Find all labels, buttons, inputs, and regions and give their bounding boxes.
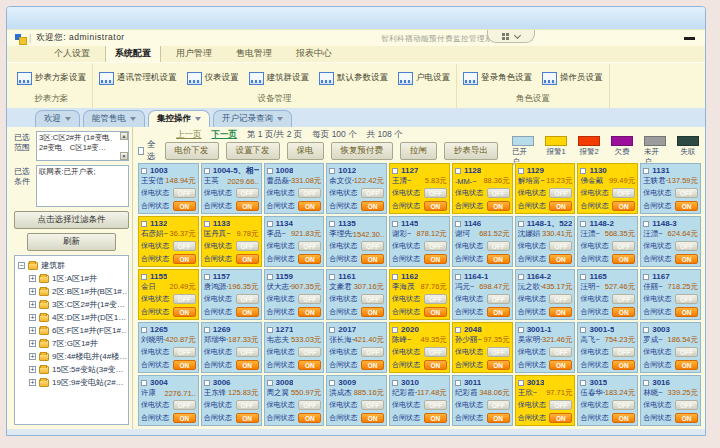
tree-expander-icon[interactable]: + — [29, 301, 36, 308]
card-checkbox[interactable] — [141, 168, 147, 174]
gate-state-toggle[interactable]: ON — [173, 307, 196, 317]
toolbar-button[interactable]: 恢复预付费 — [331, 142, 394, 160]
gate-state-toggle[interactable]: ON — [487, 360, 510, 370]
gate-state-toggle[interactable]: ON — [236, 413, 259, 423]
keep-power-toggle[interactable]: OFF — [173, 400, 196, 410]
gate-state-toggle[interactable]: ON — [424, 413, 447, 423]
keep-power-toggle[interactable]: OFF — [236, 294, 259, 304]
tree-item[interactable]: + 2区:B区1#井(B区1#… — [18, 285, 127, 298]
card-checkbox[interactable] — [518, 274, 524, 280]
card-checkbox[interactable] — [329, 380, 335, 386]
next-page-link[interactable]: 下一页 — [212, 129, 238, 141]
document-tab[interactable]: 能管售电 — [83, 110, 145, 127]
gate-state-toggle[interactable]: ON — [675, 413, 698, 423]
select-all[interactable]: 全选 — [138, 139, 158, 163]
toolbar-button[interactable]: 保电 — [287, 142, 324, 160]
keep-power-toggle[interactable]: OFF — [361, 347, 384, 357]
tab-dropdown-icon[interactable] — [195, 117, 201, 121]
keep-power-toggle[interactable]: OFF — [424, 400, 447, 410]
prev-page-link[interactable]: 上一页 — [176, 129, 202, 141]
card-checkbox[interactable] — [141, 221, 147, 227]
keep-power-toggle[interactable]: OFF — [612, 188, 635, 198]
tree-expander-icon[interactable]: + — [29, 288, 36, 295]
gate-state-toggle[interactable]: ON — [424, 307, 447, 317]
card-checkbox[interactable] — [455, 380, 461, 386]
keep-power-toggle[interactable]: OFF — [361, 188, 384, 198]
toolbar-button[interactable]: 设置下发 — [226, 142, 280, 160]
card-checkbox[interactable] — [141, 327, 147, 333]
chevron-down-icon[interactable] — [514, 31, 521, 38]
keep-power-toggle[interactable]: OFF — [298, 347, 321, 357]
gate-state-toggle[interactable]: ON — [549, 360, 572, 370]
keep-power-toggle[interactable]: OFF — [173, 241, 196, 251]
tree-item[interactable]: + 6区:F区1#井(F区1#… — [18, 324, 127, 337]
gate-state-toggle[interactable]: ON — [549, 413, 572, 423]
keep-power-toggle[interactable]: OFF — [361, 400, 384, 410]
card-checkbox[interactable] — [267, 327, 273, 333]
gate-state-toggle[interactable]: ON — [298, 413, 321, 423]
selected-range-box[interactable]: 3区:C区2#井 (1#变电、2#变电、C区1#变… ▲▼ — [36, 131, 129, 161]
tree-expander-icon[interactable]: + — [29, 366, 36, 373]
gate-state-toggle[interactable]: ON — [612, 201, 635, 211]
keep-power-toggle[interactable]: OFF — [612, 294, 635, 304]
card-checkbox[interactable] — [643, 380, 649, 386]
tree-expander-icon[interactable]: + — [29, 327, 36, 334]
card-checkbox[interactable] — [204, 221, 210, 227]
keep-power-toggle[interactable]: OFF — [298, 241, 321, 251]
card-checkbox[interactable] — [455, 274, 461, 280]
card-checkbox[interactable] — [141, 380, 147, 386]
card-checkbox[interactable] — [518, 327, 524, 333]
gate-state-toggle[interactable]: ON — [361, 413, 384, 423]
gate-state-toggle[interactable]: ON — [612, 360, 635, 370]
tab-dropdown-icon[interactable] — [277, 117, 283, 121]
tab-dropdown-icon[interactable] — [130, 117, 136, 121]
document-tab[interactable]: 欢迎 — [35, 110, 80, 127]
choose-filter-button[interactable]: 点击选择过滤条件 — [14, 211, 129, 229]
tree-expander-icon[interactable]: − — [18, 262, 25, 269]
keep-power-toggle[interactable]: OFF — [173, 188, 196, 198]
keep-power-toggle[interactable]: OFF — [361, 241, 384, 251]
keep-power-toggle[interactable]: OFF — [487, 241, 510, 251]
gate-state-toggle[interactable]: ON — [298, 201, 321, 211]
tree-item[interactable]: + 7区:G区1#井 — [18, 337, 127, 350]
keep-power-toggle[interactable]: OFF — [236, 241, 259, 251]
card-checkbox[interactable] — [267, 221, 273, 227]
card-checkbox[interactable] — [141, 274, 147, 280]
card-checkbox[interactable] — [518, 380, 524, 386]
gate-state-toggle[interactable]: ON — [361, 201, 384, 211]
card-checkbox[interactable] — [580, 327, 586, 333]
gate-state-toggle[interactable]: ON — [361, 254, 384, 264]
keep-power-toggle[interactable]: OFF — [675, 241, 698, 251]
tree-item[interactable]: − 建筑群 — [18, 259, 127, 272]
gate-state-toggle[interactable]: ON — [298, 254, 321, 264]
card-checkbox[interactable] — [580, 168, 586, 174]
keep-power-toggle[interactable]: OFF — [298, 294, 321, 304]
gate-state-toggle[interactable]: ON — [487, 201, 510, 211]
gate-state-toggle[interactable]: ON — [675, 360, 698, 370]
keep-power-toggle[interactable]: OFF — [487, 294, 510, 304]
card-checkbox[interactable] — [455, 168, 461, 174]
keep-power-toggle[interactable]: OFF — [675, 400, 698, 410]
keep-power-toggle[interactable]: OFF — [424, 347, 447, 357]
gate-state-toggle[interactable]: ON — [361, 360, 384, 370]
keep-power-toggle[interactable]: OFF — [487, 347, 510, 357]
keep-power-toggle[interactable]: OFF — [549, 400, 572, 410]
ribbon-button[interactable]: 抄表方案设置 — [17, 72, 86, 85]
refresh-button[interactable]: 刷新 — [27, 233, 117, 251]
gate-state-toggle[interactable]: ON — [424, 201, 447, 211]
ribbon-button[interactable]: 通讯管理机设置 — [99, 72, 177, 85]
gate-state-toggle[interactable]: ON — [173, 201, 196, 211]
card-checkbox[interactable] — [329, 274, 335, 280]
gate-state-toggle[interactable]: ON — [298, 307, 321, 317]
card-checkbox[interactable] — [392, 274, 398, 280]
gate-state-toggle[interactable]: ON — [612, 307, 635, 317]
keep-power-toggle[interactable]: OFF — [549, 347, 572, 357]
selected-filter-box[interactable]: 联网表:已开户表; — [36, 165, 129, 207]
card-checkbox[interactable] — [392, 168, 398, 174]
card-checkbox[interactable] — [392, 327, 398, 333]
card-checkbox[interactable] — [392, 221, 398, 227]
keep-power-toggle[interactable]: OFF — [424, 241, 447, 251]
keep-power-toggle[interactable]: OFF — [298, 188, 321, 198]
gate-state-toggle[interactable]: ON — [236, 307, 259, 317]
card-checkbox[interactable] — [204, 274, 210, 280]
